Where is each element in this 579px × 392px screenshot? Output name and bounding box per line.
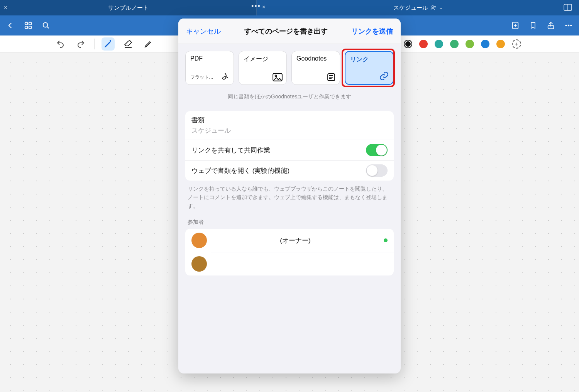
svg-rect-6: [25, 26, 27, 29]
close-icon[interactable]: ×: [4, 4, 7, 11]
format-image[interactable]: イメージ: [239, 51, 287, 85]
avatar: [191, 256, 207, 272]
color-swatch-black[interactable]: [404, 40, 412, 48]
color-palette: [404, 39, 525, 49]
svg-point-20: [275, 75, 277, 77]
tab-label: スケジュール: [393, 4, 428, 12]
svg-point-1: [434, 6, 435, 7]
participant-row[interactable]: [185, 252, 394, 275]
document-label: 書類: [191, 116, 205, 125]
add-page-button[interactable]: [510, 20, 520, 30]
format-goodnotes[interactable]: Goodnotes: [291, 51, 340, 85]
color-swatch-orange[interactable]: [496, 40, 505, 48]
undo-button[interactable]: [54, 37, 67, 51]
color-swatch-teal[interactable]: [435, 40, 443, 48]
color-swatch-blue[interactable]: [481, 40, 489, 48]
svg-point-8: [43, 23, 48, 27]
highlighter-tool[interactable]: [142, 37, 155, 51]
modal-header: キャンセル すべてのページを書き出す リンクを送信: [178, 19, 401, 44]
format-title: Goodnotes: [296, 55, 335, 62]
image-icon: [273, 73, 283, 81]
color-swatch-lime[interactable]: [466, 40, 474, 48]
search-button[interactable]: [41, 20, 51, 30]
close-icon[interactable]: ×: [262, 4, 265, 10]
bookmark-button[interactable]: [528, 20, 538, 30]
more-button[interactable]: [564, 20, 574, 30]
split-view-icon[interactable]: [564, 4, 572, 11]
goodnotes-icon: [327, 73, 336, 81]
format-title: イメージ: [244, 55, 282, 63]
share-collab-row: リンクを共有して共同作業: [185, 140, 394, 160]
tab-sample-note[interactable]: × サンプルノート: [0, 0, 257, 15]
share-button[interactable]: [546, 20, 556, 30]
svg-line-9: [47, 27, 49, 28]
svg-rect-4: [25, 22, 27, 25]
pen-tool[interactable]: [102, 37, 115, 51]
format-link[interactable]: リンク: [345, 51, 394, 85]
tab-label: サンプルノート: [108, 4, 149, 12]
format-title: リンク: [350, 56, 389, 64]
participant-name: (オーナー): [213, 236, 378, 245]
share-collab-label: リンクを共有して共同作業: [191, 146, 270, 155]
color-swatch-red[interactable]: [419, 40, 428, 48]
online-status-icon: [384, 238, 388, 242]
redo-button[interactable]: [74, 37, 87, 51]
document-row[interactable]: 書類 スケジュール: [185, 111, 394, 140]
format-pdf[interactable]: PDF フラット化…: [185, 51, 234, 85]
add-color-button[interactable]: [512, 39, 521, 49]
back-button[interactable]: [5, 20, 15, 30]
tab-schedule[interactable]: ••• × スケジュール ⌄: [257, 0, 579, 15]
document-name: スケジュール: [191, 126, 231, 135]
format-title: PDF: [190, 55, 229, 62]
eraser-tool[interactable]: [122, 37, 135, 51]
open-web-toggle[interactable]: [366, 164, 388, 177]
more-dots-icon: •••: [251, 2, 261, 10]
send-link-button[interactable]: リンクを送信: [351, 27, 393, 36]
svg-point-14: [565, 25, 567, 26]
svg-point-16: [571, 25, 572, 26]
footnote-text: リンクを持っている人なら誰でも、ウェブブラウザからこのノートを閲覧したり、ノート…: [185, 181, 394, 210]
share-collab-toggle[interactable]: [366, 144, 388, 156]
avatar: [191, 233, 207, 248]
format-subtitle: フラット化…: [190, 74, 217, 81]
open-web-row: ウェブで書類を開く (実験的機能): [185, 160, 394, 181]
participants-group: (オーナー): [185, 229, 394, 275]
svg-point-17: [110, 40, 111, 42]
svg-rect-5: [29, 22, 31, 25]
svg-rect-7: [29, 26, 31, 29]
pdf-icon: [220, 72, 230, 81]
hint-text: 同じ書類をほかのGoodnotesユーザと作業できます: [185, 93, 394, 100]
svg-point-0: [432, 6, 433, 8]
chevron-down-icon: ⌄: [439, 5, 443, 10]
shared-person-icon: [430, 5, 437, 11]
export-modal: キャンセル すべてのページを書き出す リンクを送信 PDF フラット化… イメー…: [178, 19, 401, 373]
modal-title: すべてのページを書き出す: [244, 27, 328, 36]
tab-bar: × サンプルノート ••• × スケジュール ⌄: [0, 0, 579, 15]
participants-label: 参加者: [185, 210, 394, 229]
thumbnails-button[interactable]: [23, 20, 33, 30]
svg-point-15: [568, 25, 569, 26]
cancel-button[interactable]: キャンセル: [186, 27, 221, 36]
color-swatch-green[interactable]: [450, 40, 459, 48]
participant-row[interactable]: (オーナー): [185, 229, 394, 252]
settings-group: 書類 スケジュール リンクを共有して共同作業 ウェブで書類を開く (実験的機能): [185, 111, 394, 181]
link-icon: [379, 71, 389, 81]
open-web-label: ウェブで書類を開く (実験的機能): [191, 166, 290, 175]
format-row: PDF フラット化… イメージ Goodnotes リンク: [185, 51, 394, 85]
